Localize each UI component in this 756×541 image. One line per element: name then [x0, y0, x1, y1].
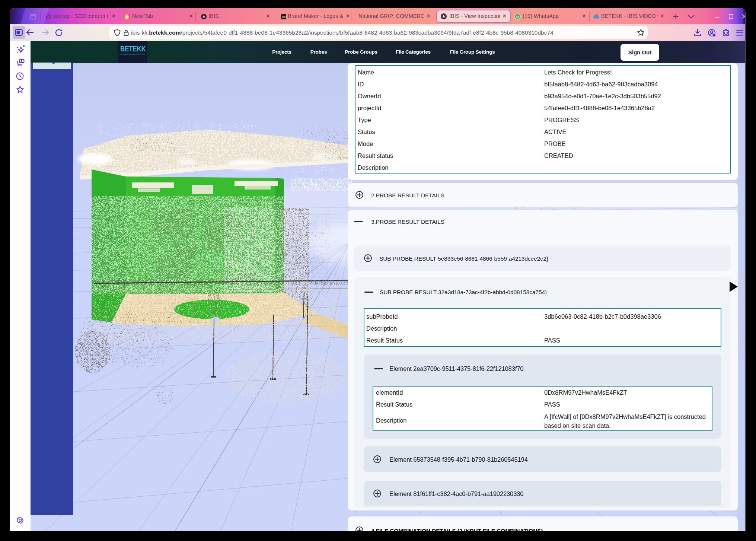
- svg-text:19: 19: [516, 15, 519, 19]
- svg-text:wix: wix: [281, 16, 286, 18]
